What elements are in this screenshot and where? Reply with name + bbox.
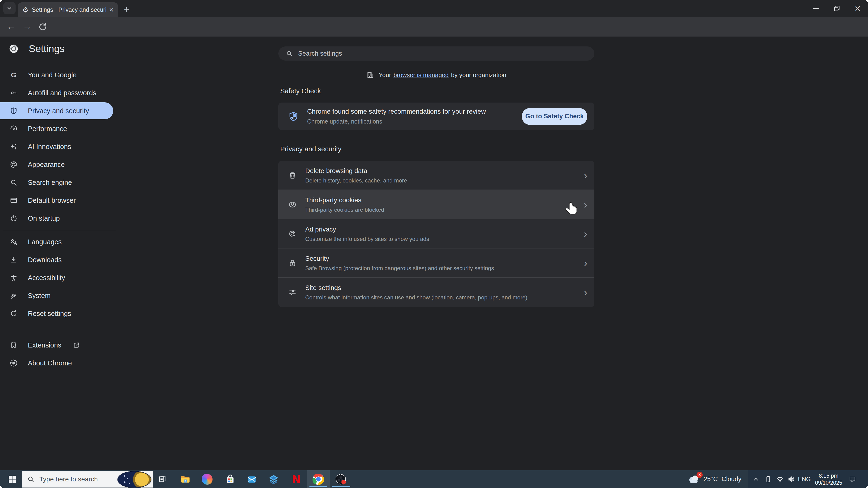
- puzzle-icon: [10, 341, 18, 349]
- browser-toolbar: ← → Chrome chrome://settings/privacy ☆: [0, 17, 868, 36]
- forward-icon[interactable]: →: [23, 21, 32, 31]
- managed-link[interactable]: browser is managed: [394, 71, 448, 79]
- sidebar-item-system[interactable]: System: [0, 287, 113, 304]
- search-icon: [286, 50, 293, 57]
- sidebar-item-downloads[interactable]: Downloads: [0, 251, 113, 268]
- organization-building-icon: [367, 71, 374, 79]
- sidebar-item-languages[interactable]: Languages: [0, 233, 113, 250]
- mail-icon[interactable]: [245, 470, 258, 488]
- sidebar-item-label: On startup: [28, 215, 60, 222]
- netflix-icon[interactable]: N: [290, 470, 303, 488]
- row-subtitle: Delete history, cookies, cache, and more: [305, 177, 584, 184]
- weather-widget[interactable]: 3 25°C Cloudy: [687, 470, 741, 488]
- sidebar-item-label: Extensions: [28, 341, 61, 349]
- row-site-settings[interactable]: Site settings Controls what information …: [278, 278, 594, 307]
- chrome-running-indicator: [309, 486, 328, 487]
- window-restore-button[interactable]: [830, 3, 843, 14]
- sidebar-item-label: Accessibility: [28, 274, 65, 282]
- sidebar-item-label: Appearance: [28, 161, 65, 168]
- sidebar-item-appearance[interactable]: Appearance: [0, 156, 113, 173]
- row-delete-browsing-data[interactable]: Delete browsing data Delete history, coo…: [278, 161, 594, 190]
- row-title: Ad privacy: [305, 226, 584, 233]
- action-center-icon[interactable]: [846, 470, 859, 488]
- row-title: Third-party cookies: [305, 196, 584, 204]
- obs-icon[interactable]: [334, 470, 347, 488]
- sidebar-item-label: AI Innovations: [28, 143, 71, 151]
- sidebar-item-default-browser[interactable]: Default browser: [0, 192, 113, 209]
- taskbar-search-box[interactable]: Type here to search: [22, 471, 153, 488]
- chevron-right-icon: ›: [584, 170, 587, 181]
- chrome-taskbar-icon[interactable]: [312, 470, 325, 488]
- sidebar-item-extensions[interactable]: Extensions: [0, 337, 113, 354]
- safety-check-title: Chrome found some safety recommendations…: [307, 108, 522, 115]
- sidebar-item-accessibility[interactable]: Accessibility: [0, 269, 113, 286]
- wrench-icon: [10, 292, 18, 299]
- sidebar-item-about-chrome[interactable]: About Chrome: [0, 355, 113, 371]
- ads-click-icon: [288, 230, 297, 238]
- search-icon: [10, 179, 18, 186]
- sidebar-item-you-and-google[interactable]: G You and Google: [0, 66, 113, 84]
- window-close-button[interactable]: ×: [851, 3, 864, 14]
- cookie-icon: [288, 200, 297, 209]
- sidebar-item-autofill[interactable]: Autofill and passwords: [0, 85, 113, 101]
- window-minimize-button[interactable]: [809, 3, 823, 14]
- search-highlight-image[interactable]: [118, 471, 151, 488]
- browser-tab[interactable]: ⚙ Settings - Privacy and security ×: [18, 2, 118, 17]
- row-third-party-cookies[interactable]: Third-party cookies Third-party cookies …: [278, 190, 594, 219]
- chevron-right-icon: ›: [584, 287, 587, 297]
- row-subtitle: Safe Browsing (protection from dangerous…: [305, 265, 584, 271]
- layers-app-icon[interactable]: [267, 470, 280, 488]
- row-title: Site settings: [305, 284, 584, 292]
- chrome-settings-logo-icon: [9, 44, 19, 54]
- new-tab-button[interactable]: +: [121, 4, 132, 15]
- sidebar-item-search-engine[interactable]: Search engine: [0, 174, 113, 191]
- tab-search-button[interactable]: [3, 2, 16, 14]
- settings-search-field[interactable]: Search settings: [278, 46, 594, 61]
- start-button[interactable]: [6, 470, 19, 488]
- microsoft-store-icon[interactable]: [224, 470, 237, 488]
- tune-sliders-icon: [288, 288, 297, 297]
- row-subtitle: Customize the info used by sites to show…: [305, 236, 584, 242]
- sidebar-item-ai-innovations[interactable]: AI Innovations: [0, 138, 113, 155]
- wifi-icon[interactable]: [774, 470, 786, 488]
- file-explorer-icon[interactable]: [179, 470, 192, 488]
- sidebar-item-reset-settings[interactable]: Reset settings: [0, 305, 113, 322]
- tray-time: 8:15 pm: [819, 472, 838, 479]
- settings-page: Settings G You and Google Autofill and p…: [0, 36, 868, 470]
- back-icon[interactable]: ←: [7, 21, 16, 31]
- managed-notice: Your browser is managed by your organiza…: [278, 69, 594, 80]
- safety-check-card: Chrome found some safety recommendations…: [278, 102, 594, 130]
- weather-cloud-icon: 3: [687, 474, 700, 484]
- sidebar-item-label: Default browser: [28, 197, 76, 204]
- windows-taskbar: Type here to search N: [0, 470, 868, 488]
- restore-icon: [834, 5, 840, 12]
- weather-alert-badge: 3: [696, 472, 703, 478]
- chevron-down-icon: [6, 5, 12, 11]
- sidebar-item-on-startup[interactable]: On startup: [0, 210, 113, 227]
- volume-icon[interactable]: [785, 470, 797, 488]
- row-security[interactable]: Security Safe Browsing (protection from …: [278, 249, 594, 278]
- task-view-button[interactable]: [156, 470, 169, 488]
- copilot-pinwheel-icon[interactable]: [200, 470, 214, 488]
- language-indicator[interactable]: ENG: [797, 470, 812, 488]
- sidebar-item-label: About Chrome: [28, 359, 72, 367]
- reload-icon[interactable]: [38, 22, 47, 31]
- tray-chevron-up-icon[interactable]: [750, 470, 762, 488]
- clock-widget[interactable]: 8:15 pm 09/10/2025: [813, 470, 844, 488]
- tab-close-icon[interactable]: ×: [109, 6, 114, 14]
- phone-link-icon[interactable]: [762, 470, 774, 488]
- obs-running-indicator: [332, 486, 350, 487]
- row-ad-privacy[interactable]: Ad privacy Customize the info used by si…: [278, 219, 594, 249]
- minimize-icon: [813, 8, 819, 9]
- palette-icon: [10, 161, 18, 168]
- sidebar-item-label: System: [28, 292, 51, 300]
- safety-check-text: Chrome found some safety recommendations…: [307, 108, 522, 125]
- chevron-right-icon: ›: [584, 199, 587, 210]
- sidebar-item-privacy-selected[interactable]: Privacy and security: [0, 102, 113, 119]
- go-to-safety-check-button[interactable]: Go to Safety Check: [522, 108, 587, 125]
- chevron-right-icon: ›: [584, 229, 587, 239]
- sidebar-item-label: Reset settings: [28, 310, 71, 318]
- taskbar-search-placeholder: Type here to search: [39, 476, 98, 483]
- sidebar-item-performance[interactable]: Performance: [0, 120, 113, 137]
- safety-shield-icon: [288, 111, 299, 122]
